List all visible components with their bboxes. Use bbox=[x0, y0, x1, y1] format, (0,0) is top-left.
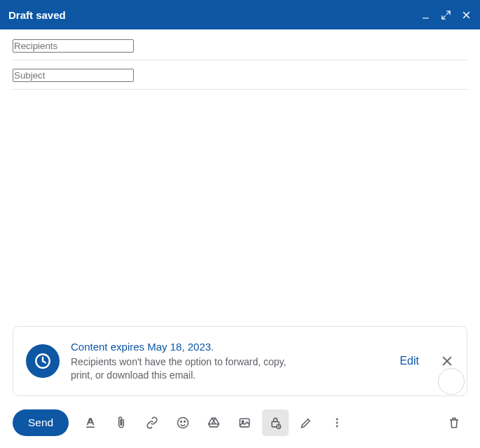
close-icon bbox=[440, 354, 454, 368]
svg-rect-2 bbox=[86, 426, 95, 428]
insert-image-button[interactable] bbox=[231, 409, 258, 436]
recipients-row bbox=[13, 29, 467, 60]
discard-draft-button[interactable] bbox=[441, 409, 467, 436]
formatting-button[interactable] bbox=[77, 409, 104, 436]
window-controls bbox=[420, 10, 472, 20]
image-icon bbox=[238, 416, 252, 430]
svg-point-11 bbox=[336, 422, 338, 424]
drive-icon bbox=[207, 416, 221, 430]
confidential-mode-button[interactable] bbox=[262, 409, 289, 436]
svg-point-3 bbox=[178, 418, 188, 428]
edit-confidential-link[interactable]: Edit bbox=[399, 355, 419, 367]
trash-icon bbox=[447, 416, 461, 430]
confidential-icon-badge bbox=[26, 344, 60, 378]
attach-button[interactable] bbox=[108, 409, 135, 436]
svg-point-5 bbox=[184, 421, 186, 423]
signature-button[interactable] bbox=[293, 409, 320, 436]
drive-button[interactable] bbox=[200, 409, 227, 436]
expand-button[interactable] bbox=[441, 10, 451, 20]
minimize-button[interactable] bbox=[420, 10, 431, 20]
compose-header: Draft saved bbox=[0, 0, 480, 29]
close-icon bbox=[461, 10, 472, 20]
expand-icon bbox=[441, 10, 451, 20]
compose-title: Draft saved bbox=[8, 9, 66, 21]
lock-clock-icon bbox=[268, 416, 282, 430]
svg-point-4 bbox=[181, 421, 182, 423]
svg-rect-0 bbox=[423, 18, 429, 18]
svg-point-12 bbox=[336, 426, 338, 428]
paperclip-icon bbox=[114, 416, 128, 430]
expiry-text: Content expires May 18, 2023. bbox=[71, 339, 388, 354]
more-vertical-icon bbox=[330, 416, 344, 430]
message-body[interactable] bbox=[0, 90, 480, 326]
insert-link-button[interactable] bbox=[139, 409, 165, 436]
emoji-button[interactable] bbox=[170, 409, 196, 436]
text-format-icon bbox=[83, 416, 97, 430]
compose-window: Draft saved Content expires May 1 bbox=[0, 0, 480, 448]
subject-row bbox=[13, 60, 467, 90]
svg-point-10 bbox=[336, 419, 338, 421]
subject-input[interactable] bbox=[13, 69, 134, 82]
more-options-button[interactable] bbox=[324, 409, 350, 436]
send-button[interactable]: Send bbox=[13, 409, 69, 436]
confidential-note: Recipients won't have the option to forw… bbox=[71, 355, 309, 383]
link-icon bbox=[145, 416, 159, 430]
confidential-mode-banner: Content expires May 18, 2023. Recipients… bbox=[13, 326, 467, 396]
minimize-icon bbox=[420, 10, 431, 20]
recipients-input[interactable] bbox=[13, 39, 134, 53]
confidential-text: Content expires May 18, 2023. Recipients… bbox=[71, 339, 388, 383]
floating-badge bbox=[438, 368, 465, 395]
pen-icon bbox=[299, 416, 313, 430]
emoji-icon bbox=[176, 416, 190, 430]
clock-lock-icon bbox=[34, 352, 52, 370]
dismiss-banner-button[interactable] bbox=[440, 354, 454, 368]
close-button[interactable] bbox=[461, 10, 472, 20]
compose-footer: Send bbox=[0, 407, 480, 448]
